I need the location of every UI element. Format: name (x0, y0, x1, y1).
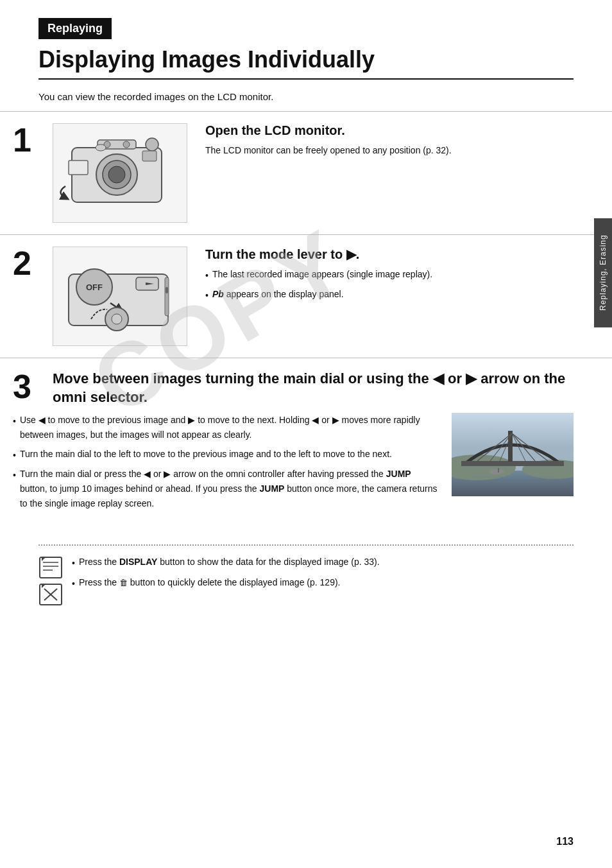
tip-icon (38, 556, 63, 606)
step-3-bullet-3: • Turn the main dial or press the ◀ or ▶… (13, 467, 440, 511)
delete-icon (38, 583, 63, 606)
step-3-bullet-1: • Use ◀ to move to the previous image an… (13, 413, 440, 442)
step-2-row: 2 OFF (0, 234, 612, 358)
svg-point-3 (108, 166, 125, 183)
tip-line-2: • Press the 🗑 button to quickly delete t… (72, 575, 380, 592)
tip-lines: • Press the DISPLAY button to show the d… (72, 555, 380, 596)
svg-rect-8 (69, 161, 88, 175)
bullet-dot: • (205, 288, 208, 302)
sidebar-tab: Replaying, Erasing (594, 218, 612, 327)
note-icon (38, 556, 63, 579)
svg-rect-24 (461, 461, 564, 466)
step-2-bullets: • The last recorded image appears (singl… (205, 267, 574, 302)
step-2-number: 2 (13, 247, 46, 280)
svg-rect-16 (165, 277, 169, 316)
tip-line-2-text: Press the 🗑 button to quickly delete the… (79, 575, 341, 591)
mode-dial-illustration: OFF (59, 252, 181, 342)
svg-point-6 (123, 141, 130, 148)
intro-text: You can view the recorded images on the … (38, 91, 574, 102)
steps-container: 1 (0, 111, 612, 526)
step-1-body: The LCD monitor can be freely opened to … (205, 143, 574, 157)
step-3-title: Move between images turning the main dia… (53, 370, 574, 406)
tip-section: • Press the DISPLAY button to show the d… (38, 544, 574, 606)
step-2-content: Turn the mode lever to ▶. • The last rec… (205, 247, 574, 306)
step-1-content: Open the LCD monitor. The LCD monitor ca… (205, 123, 574, 157)
step-3-bullet-1-text: Use ◀ to move to the previous image and … (20, 413, 440, 442)
camera-illustration (59, 128, 181, 218)
svg-point-34 (489, 469, 504, 474)
step-3-bullet-3-text: Turn the main dial or press the ◀ or ▶ a… (20, 467, 440, 511)
svg-rect-9 (142, 151, 157, 161)
step-2-bullet-2: • Pb appears on the display panel. (205, 287, 574, 302)
tip-line-1-text: Press the DISPLAY button to show the dat… (79, 555, 380, 570)
step-3-header: 3 Move between images turning the main d… (13, 370, 574, 406)
step-3-row: 3 Move between images turning the main d… (0, 358, 612, 526)
svg-point-7 (146, 138, 158, 151)
section-tag: Replaying (38, 18, 112, 39)
svg-rect-35 (498, 468, 499, 473)
step-2-title: Turn the mode lever to ▶. (205, 247, 574, 262)
page-title: Displaying Images Individually (38, 46, 574, 80)
bullet-dot: • (13, 448, 16, 463)
bullet-dot: • (72, 577, 75, 592)
bullet-dot: • (72, 556, 75, 571)
step-2-bullet-2-text: Pb appears on the display panel. (212, 287, 344, 301)
step-3-bullet-2: • Turn the main dial to the left to move… (13, 447, 440, 463)
step-1-row: 1 (0, 111, 612, 234)
step-1-number: 1 (13, 123, 46, 157)
page-number: 113 (556, 836, 574, 847)
svg-rect-17 (166, 287, 168, 293)
bridge-photo (452, 413, 574, 496)
step-1-title: Open the LCD monitor. (205, 123, 574, 138)
svg-point-10 (96, 144, 106, 151)
svg-rect-36 (40, 557, 62, 578)
step-3-number: 3 (13, 370, 46, 403)
bullet-dot: • (205, 268, 208, 282)
step-2-bullet-1-text: The last recorded image appears (single … (212, 267, 432, 281)
tip-line-1: • Press the DISPLAY button to show the d… (72, 555, 380, 571)
svg-text:OFF: OFF (86, 282, 103, 292)
step-3-bullet-2-text: Turn the main dial to the left to move t… (20, 447, 392, 462)
step-3-body-area: • Use ◀ to move to the previous image an… (13, 413, 574, 515)
svg-point-19 (112, 314, 122, 324)
bridge-photo-svg (452, 413, 574, 496)
step-2-image: OFF (53, 247, 187, 346)
step-1-image (53, 123, 187, 223)
bullet-dot: • (13, 468, 16, 483)
bullet-dot: • (13, 414, 16, 429)
page-container: COPY Replaying, Erasing Replaying Displa… (0, 0, 612, 868)
step-2-bullet-1: • The last recorded image appears (singl… (205, 267, 574, 282)
step-3-bullets: • Use ◀ to move to the previous image an… (13, 413, 440, 515)
